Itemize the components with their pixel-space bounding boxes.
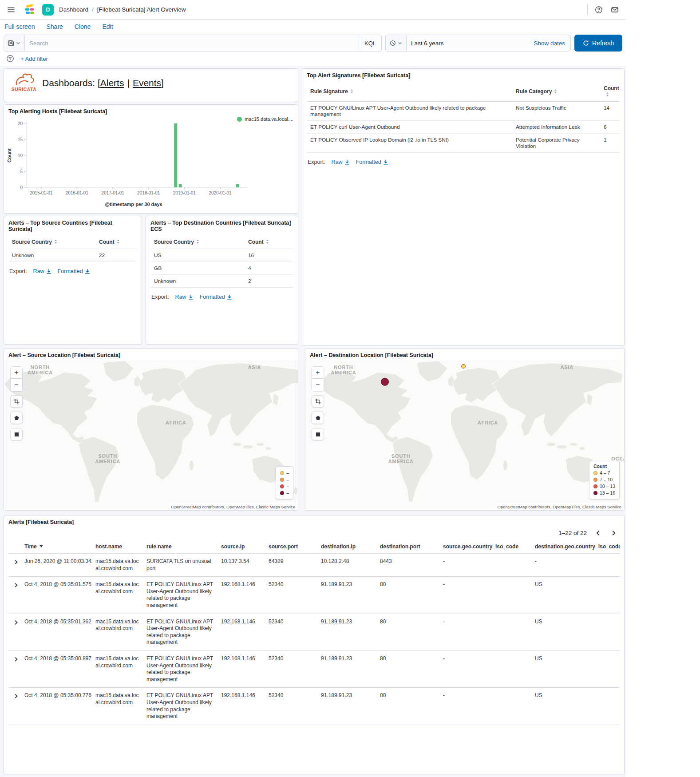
show-dates-button[interactable]: Show dates [528,40,570,47]
column-header-rule-signature[interactable]: Rule Signature [307,82,512,102]
alerts-dashboard-link[interactable]: Alerts [100,78,124,88]
help-icon[interactable] [593,4,605,16]
countries-table-row: Unknown22 [8,249,137,262]
draw-polygon-button[interactable] [312,412,324,424]
column-header-time[interactable]: Time [21,540,92,554]
expand-row-button[interactable] [12,692,20,702]
draw-bounds-button[interactable] [10,428,23,440]
time-picker-menu-button[interactable] [386,35,407,51]
svg-text:5: 5 [20,169,23,174]
source-countries-table: Source Country Count Unknown22 [8,236,137,262]
legend-swatch [593,471,597,475]
export-formatted-link[interactable]: Formatted [58,268,90,274]
map-region-label: SOUTH AMERICA [388,453,414,464]
column-header-source-geo-country[interactable]: source.geo.country_iso_code [439,540,531,554]
download-icon [344,159,350,165]
edit-link[interactable]: Edit [102,23,113,30]
legend-range-label: – [286,470,289,476]
column-header-host-name[interactable]: host.name [92,540,143,554]
clone-link[interactable]: Clone [75,23,91,30]
pagination-label: 1–22 of 22 [558,530,587,536]
expand-row-button[interactable] [12,655,20,665]
export-formatted-link[interactable]: Formatted [200,294,232,300]
export-raw-link[interactable]: Raw [175,294,194,300]
space-badge[interactable]: D [42,4,54,16]
map-legend-item: 13 – 16 [593,490,615,496]
column-header-count[interactable]: Count [95,236,137,249]
chevron-right-icon [13,582,19,588]
column-header-count[interactable]: Count [245,236,293,249]
export-formatted-link[interactable]: Formatted [356,159,388,165]
previous-page-button[interactable] [594,529,602,537]
menu-hamburger-icon[interactable] [5,4,17,16]
zoom-out-button[interactable]: − [312,379,324,391]
alerts-table-row: Oct 4, 2018 @ 05:35:01.575mac15.data.va.… [8,577,620,614]
map-region-label: NORTH AMERICA [331,365,356,375]
export-raw-link[interactable]: Raw [33,268,51,274]
download-icon [383,159,388,165]
share-link[interactable]: Share [46,23,63,30]
newsfeed-mail-icon[interactable] [609,4,621,16]
pagination: 1–22 of 22 [4,527,624,540]
column-header-source-port[interactable]: source.port [265,540,317,554]
expand-row-button[interactable] [12,581,20,591]
expand-row-button[interactable] [12,618,20,628]
column-header-source-ip[interactable]: source.ip [218,540,265,554]
search-input[interactable] [25,40,359,47]
legend-label: mac15.data.va.local.... [245,116,293,122]
fit-data-bounds-button[interactable] [10,395,23,408]
next-page-button[interactable] [609,529,618,537]
svg-text:10: 10 [18,153,23,158]
crop-icon [315,398,321,404]
column-header-count[interactable]: Count [600,82,620,102]
column-header-destination-port[interactable]: destination.port [376,540,439,554]
polygon-icon [14,415,20,421]
countries-table-row: Unknown2 [150,275,293,288]
zoom-out-button[interactable]: − [10,379,23,391]
column-header-destination-ip[interactable]: destination.ip [317,540,376,554]
cell-time: Jun 26, 2020 @ 11:00:03.342 [21,554,92,577]
saved-query-menu-button[interactable] [4,35,25,51]
zoom-in-button[interactable]: + [312,366,324,379]
map-legend-item: – [280,484,289,489]
column-header-source-country[interactable]: Source Country [150,236,245,249]
breadcrumb-dashboard[interactable]: Dashboard [59,6,88,13]
heading-prefix: Dashboards: [ [42,78,100,88]
dashboard-toolbar: Full screen Share Clone Edit [0,20,626,34]
zoom-in-button[interactable]: + [10,366,23,379]
dashboards-heading: Dashboards: [Alerts|Events] [42,78,164,88]
filter-options-icon[interactable] [4,53,16,64]
column-header-rule-category[interactable]: Rule Category [512,82,600,102]
legend-range-label: – [286,484,289,489]
source-location-map[interactable]: + − –––– OpenStreetMap contributors, Ope… [4,360,298,510]
alert-location-point[interactable] [461,364,466,369]
add-filter-link[interactable]: + Add filter [20,56,48,62]
chart-legend-item[interactable]: mac15.data.va.local.... [237,116,293,122]
cell-source-geo-country: - [439,614,531,650]
expand-cell [8,554,21,577]
expand-row-button[interactable] [12,558,20,567]
full-screen-link[interactable]: Full screen [4,23,35,30]
chevron-down-icon [16,41,20,45]
alert-location-point[interactable] [381,378,389,386]
legend-range-label: 7 – 10 [600,477,613,482]
sort-carets-icon [605,92,609,98]
breadcrumb: Dashboard / [Filebeat Suricata] Alert Ov… [59,6,582,13]
time-range-value[interactable]: Last 6 years [407,40,528,47]
sort-carets-icon [554,89,558,95]
cell-count: 1 [600,134,620,153]
cell-count: 14 [600,102,620,121]
export-raw-link[interactable]: Raw [332,159,350,165]
draw-bounds-button[interactable] [312,428,324,440]
map-legend-item: – [280,490,289,496]
column-header-rule-name[interactable]: rule.name [143,540,218,554]
fit-data-bounds-button[interactable] [312,395,324,408]
events-dashboard-link[interactable]: Events [133,78,161,88]
column-header-source-country[interactable]: Source Country [8,236,95,249]
destination-location-map[interactable]: + − Count4 – 77 – 1010 – 1313 – 16 OpenS… [305,360,624,510]
cell-source-geo-country: - [439,577,531,614]
draw-polygon-button[interactable] [10,412,23,424]
kql-syntax-button[interactable]: KQL [359,35,381,51]
refresh-button[interactable]: Refresh [574,35,622,52]
column-header-destination-geo-country[interactable]: destination.geo.country_iso_code [531,540,620,554]
